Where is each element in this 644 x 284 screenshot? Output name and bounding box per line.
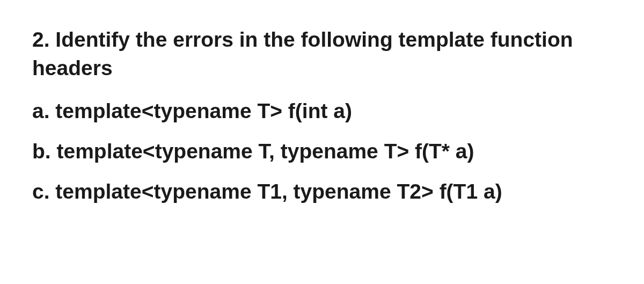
question-heading: 2. Identify the errors in the following … bbox=[32, 26, 612, 82]
option-b: b. template<typename T, typename T> f(T*… bbox=[32, 137, 612, 166]
option-c: c. template<typename T1, typename T2> f(… bbox=[32, 178, 612, 206]
option-a: a. template<typename T> f(int a) bbox=[32, 97, 612, 126]
